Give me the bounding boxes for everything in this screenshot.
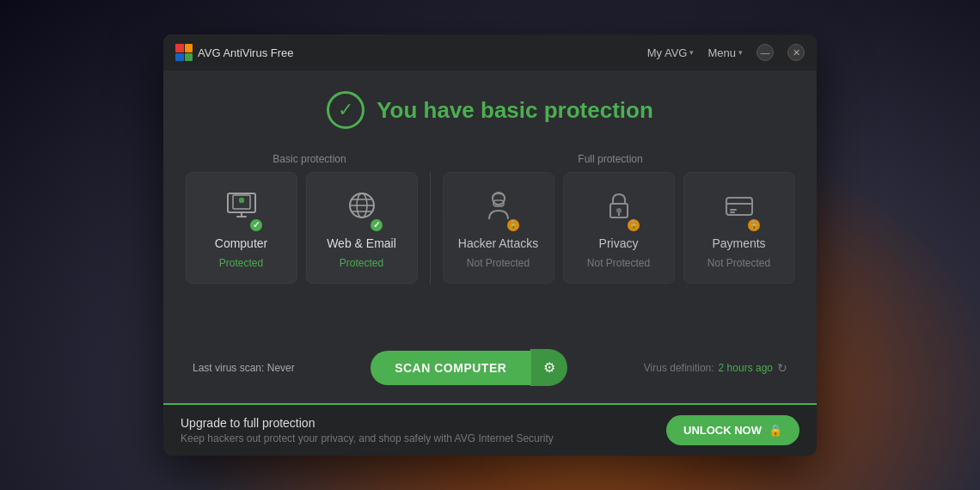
- virus-definition-info: Virus definition: 2 hours ago ↻: [644, 361, 787, 375]
- virus-def-time: 2 hours ago: [719, 362, 773, 374]
- main-content: ✓ You have basic protection Basic protec…: [163, 70, 817, 403]
- footer-subtitle: Keep hackers out protect your privacy, a…: [181, 432, 554, 444]
- privacy-badge: 🔒: [626, 217, 641, 233]
- close-button[interactable]: ✕: [787, 44, 805, 61]
- titlebar-controls: My AVG ▾ Menu ▾ — ✕: [647, 44, 805, 61]
- menu-chevron-icon: ▾: [738, 48, 743, 57]
- status-circle-icon: ✓: [327, 91, 364, 129]
- privacy-icon: 🔒: [600, 187, 638, 230]
- card-payments[interactable]: 🔒 Payments Not Protected: [683, 172, 795, 284]
- card-privacy[interactable]: 🔒 Privacy Not Protected: [563, 172, 675, 284]
- refresh-icon[interactable]: ↻: [777, 361, 787, 375]
- logo-cell-red: [175, 44, 184, 52]
- web-email-card-name: Web & Email: [327, 236, 396, 250]
- bottom-bar: Last virus scan: Never SCAN COMPUTER ⚙ V…: [189, 332, 791, 386]
- section-labels-row: Basic protection Full protection: [189, 153, 791, 165]
- footer-banner: Upgrade to full protection Keep hackers …: [163, 403, 817, 456]
- web-email-protected-badge: ✓: [369, 217, 384, 233]
- app-window: AVG AntiVirus Free My AVG ▾ Menu ▾ — ✕ ✓…: [163, 34, 817, 456]
- svg-rect-2: [236, 216, 247, 217]
- payments-card-status: Not Protected: [707, 257, 770, 269]
- last-scan-info: Last virus scan: Never: [193, 362, 295, 374]
- status-text: You have basic protection: [377, 97, 653, 124]
- logo-cell-orange: [185, 44, 193, 52]
- hacker-attacks-card-name: Hacker Attacks: [458, 236, 538, 250]
- card-web-email[interactable]: ✓ Web & Email Protected: [306, 172, 418, 284]
- svg-point-14: [616, 208, 622, 213]
- menu-dropdown[interactable]: Menu ▾: [707, 46, 743, 59]
- privacy-card-name: Privacy: [599, 236, 639, 250]
- scan-settings-button[interactable]: ⚙: [530, 349, 567, 386]
- avg-logo-icon: [175, 44, 193, 61]
- section-divider: [430, 172, 431, 284]
- hacker-attacks-icon: 🔒: [480, 187, 518, 230]
- hacker-attacks-card-status: Not Protected: [467, 257, 530, 269]
- payments-icon: 🔒: [720, 187, 758, 230]
- footer-text: Upgrade to full protection Keep hackers …: [181, 416, 554, 444]
- hacker-attacks-badge: 🔒: [505, 217, 521, 233]
- app-title: AVG AntiVirus Free: [198, 46, 294, 59]
- cards-row: ✓ ✓ Computer Protected ✓: [186, 172, 795, 284]
- computer-icon: ✓ ✓: [223, 187, 260, 230]
- basic-protection-label: Basic protection: [189, 153, 430, 165]
- computer-card-name: Computer: [215, 236, 267, 250]
- footer-title: Upgrade to full protection: [181, 416, 554, 430]
- web-email-card-status: Protected: [340, 257, 383, 269]
- payments-badge: 🔒: [746, 217, 762, 233]
- computer-card-status: Protected: [219, 257, 263, 269]
- minimize-button[interactable]: —: [756, 44, 774, 61]
- computer-protected-badge: ✓: [248, 217, 264, 233]
- logo-cell-green: [185, 53, 193, 62]
- unlock-now-button[interactable]: UNLOCK NOW 🔒: [666, 415, 799, 445]
- web-email-icon: ✓: [343, 187, 381, 230]
- protection-status: ✓ You have basic protection: [327, 91, 653, 129]
- my-avg-menu[interactable]: My AVG ▾: [647, 46, 695, 59]
- privacy-card-status: Not Protected: [587, 257, 650, 269]
- card-computer[interactable]: ✓ ✓ Computer Protected: [186, 172, 297, 284]
- full-protection-label: Full protection: [430, 153, 791, 165]
- payments-card-name: Payments: [712, 236, 765, 250]
- scan-button-group: SCAN COMPUTER ⚙: [371, 349, 567, 386]
- lock-icon: 🔒: [769, 424, 782, 437]
- logo-area: AVG AntiVirus Free: [175, 44, 647, 61]
- logo-cell-blue: [175, 53, 184, 62]
- card-hacker-attacks[interactable]: 🔒 Hacker Attacks Not Protected: [443, 172, 554, 284]
- scan-computer-button[interactable]: SCAN COMPUTER: [371, 351, 530, 385]
- titlebar: AVG AntiVirus Free My AVG ▾ Menu ▾ — ✕: [163, 34, 817, 70]
- my-avg-chevron-icon: ▾: [689, 48, 694, 57]
